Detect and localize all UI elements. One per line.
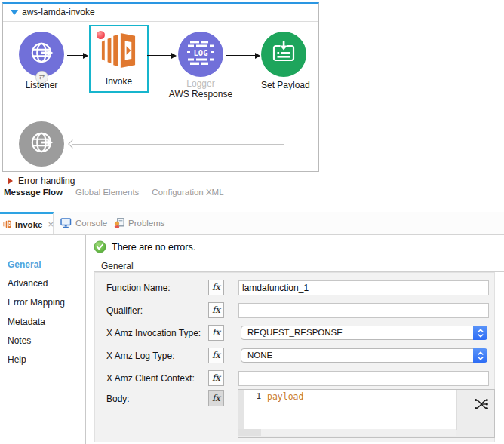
flow-arrow <box>226 55 255 56</box>
sidebar-item-help[interactable]: Help <box>8 354 26 365</box>
log-icon: LOG <box>187 41 214 68</box>
error-handling-row[interactable]: Error handling <box>8 173 75 186</box>
select-stepper-icon[interactable] <box>473 348 487 363</box>
tab-console[interactable]: Console <box>60 212 107 234</box>
code-scrollbar[interactable] <box>238 429 456 436</box>
log-type-label: X Amz Log Type: <box>106 351 175 361</box>
code-area[interactable]: 1 payload <box>238 390 457 430</box>
return-connector-horizontal <box>72 144 284 145</box>
collapse-triangle-icon[interactable] <box>11 10 18 15</box>
log-icon-text: LOG <box>194 48 208 57</box>
section-title: General <box>101 261 134 271</box>
status-text: There are no errors. <box>112 242 195 253</box>
code-gutter <box>238 390 244 430</box>
sidebar-item-advanced[interactable]: Advanced <box>8 278 48 289</box>
sidebar-item-notes[interactable]: Notes <box>8 335 31 346</box>
tab-invoke-label: Invoke <box>15 220 42 229</box>
globe-icon <box>27 38 56 70</box>
fx-button[interactable]: fx <box>208 280 224 295</box>
set-payload-label: Set Payload <box>261 80 308 90</box>
fx-button[interactable]: fx <box>208 348 224 363</box>
listener-component[interactable]: ⇄ <box>19 32 64 77</box>
invoke-label: Invoke <box>91 76 147 87</box>
client-context-input[interactable] <box>238 371 489 386</box>
fx-button[interactable]: fx <box>208 302 224 318</box>
body-label: Body: <box>106 393 130 404</box>
response-listener-component[interactable] <box>19 121 64 167</box>
tab-problems-label: Problems <box>128 219 165 228</box>
tab-invoke[interactable]: Invoke × <box>0 212 54 234</box>
flow-canvas: aws-lamda-invoke ⇄ Listener <box>0 0 504 186</box>
flow-arrow <box>147 55 171 56</box>
tab-message-flow[interactable]: Message Flow <box>4 188 63 197</box>
log-type-select[interactable]: NONE <box>241 348 487 363</box>
fx-button[interactable]: fx <box>208 325 224 341</box>
flow-title: aws-lamda-invoke <box>22 7 95 17</box>
close-icon[interactable]: × <box>48 219 54 230</box>
flow-container: aws-lamda-invoke ⇄ Listener <box>2 2 319 172</box>
source-divider-line <box>78 26 78 177</box>
client-context-label: X Amz Client Context: <box>106 373 195 384</box>
flow-header[interactable]: aws-lamda-invoke <box>3 4 318 22</box>
logger-label: Logger <box>178 78 223 89</box>
set-payload-component[interactable] <box>261 32 306 77</box>
tab-configuration-xml[interactable]: Configuration XML <box>152 188 223 197</box>
invocation-type-select[interactable]: REQUEST_RESPONSE <box>241 326 487 340</box>
aws-lambda-tab-icon <box>3 219 11 229</box>
dataweave-icon[interactable] <box>473 396 490 415</box>
status-row: There are no errors. <box>94 240 195 253</box>
general-form-panel: Function Name: fx Qualifier: fx X Amz In… <box>94 272 495 442</box>
listener-label: Listener <box>19 80 64 90</box>
logger-sublabel: AWS Response <box>167 89 235 100</box>
globe-icon <box>27 128 56 160</box>
function-name-input[interactable] <box>238 280 489 295</box>
properties-tabbar: Invoke × Console Prob <box>0 212 504 235</box>
error-handling-label: Error handling <box>18 176 75 186</box>
code-text[interactable]: payload <box>267 391 303 402</box>
fx-button[interactable]: fx <box>208 390 224 406</box>
invocation-type-label: X Amz Invocation Type: <box>106 328 201 338</box>
aws-lambda-icon <box>100 31 137 73</box>
problems-icon <box>114 218 124 228</box>
invoke-component[interactable]: Invoke <box>89 25 149 93</box>
sidebar-item-error-mapping[interactable]: Error Mapping <box>8 297 65 308</box>
tab-global-elements[interactable]: Global Elements <box>75 188 139 197</box>
qualifier-label: Qualifier: <box>106 305 143 316</box>
sidebar-separator <box>85 235 86 444</box>
sidebar-item-general[interactable]: General <box>8 259 41 270</box>
return-arrowhead <box>68 139 76 148</box>
sidebar-item-metadata[interactable]: Metadata <box>8 317 45 327</box>
tab-problems[interactable]: Problems <box>114 212 165 234</box>
tab-console-label: Console <box>75 219 107 228</box>
body-code-editor[interactable]: 1 payload <box>238 389 495 438</box>
console-icon <box>60 218 72 228</box>
select-stepper-icon[interactable] <box>473 326 487 340</box>
function-name-label: Function Name: <box>106 283 171 293</box>
editor-view-tabs: Message Flow Global Elements Configurati… <box>4 188 224 197</box>
logger-component[interactable]: LOG <box>178 32 223 77</box>
expand-triangle-icon[interactable] <box>8 177 13 185</box>
fx-button[interactable]: fx <box>208 370 224 386</box>
ok-check-icon <box>94 240 106 253</box>
set-payload-icon <box>270 39 297 69</box>
return-connector-vertical <box>284 88 284 144</box>
anypoint-studio-screen: aws-lamda-invoke ⇄ Listener <box>0 0 504 444</box>
line-number: 1 <box>244 391 261 401</box>
log-type-value: NONE <box>247 351 272 360</box>
flow-arrow <box>67 55 83 56</box>
qualifier-input[interactable] <box>238 303 489 318</box>
invocation-type-value: REQUEST_RESPONSE <box>247 328 343 337</box>
